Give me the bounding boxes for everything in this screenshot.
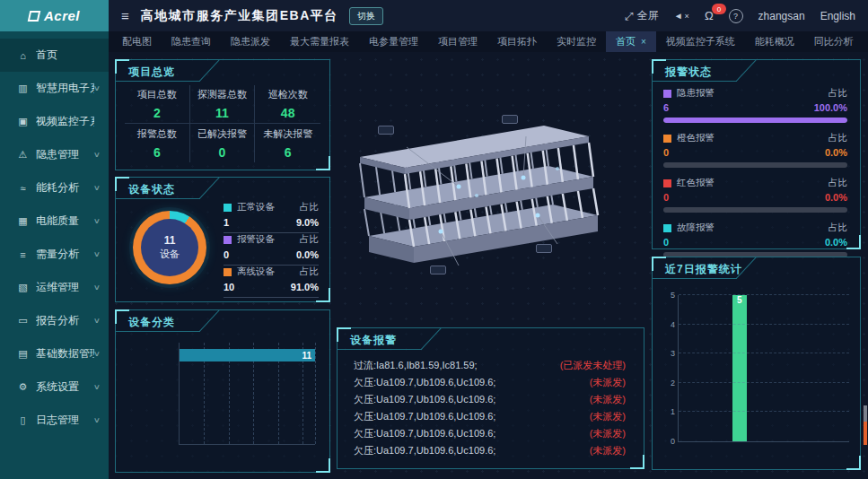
sidebar-item-icon: ▣ bbox=[16, 116, 30, 127]
sidebar-item[interactable]: ▥ 智慧用电子系统 ∨ bbox=[0, 72, 109, 105]
tab[interactable]: 首页 × bbox=[606, 31, 656, 52]
tab[interactable]: 能耗概况 bbox=[745, 31, 804, 52]
sidebar-item-label: 需量分析 bbox=[36, 247, 94, 262]
bar: 11 bbox=[180, 349, 315, 361]
y-axis-tick: 3 bbox=[662, 349, 675, 358]
language-switcher[interactable]: English bbox=[820, 10, 855, 22]
alarm-status-badge: (未派发) bbox=[590, 427, 626, 440]
sidebar-item[interactable]: ⚠ 隐患管理 ∨ bbox=[0, 138, 109, 171]
panel-decoration bbox=[199, 178, 220, 199]
scrollbar-thumb[interactable] bbox=[864, 405, 867, 422]
donut-value: 11 bbox=[164, 234, 176, 247]
panel-title: 近7日报警统计 bbox=[665, 262, 742, 277]
tab[interactable]: 电参量管理 bbox=[359, 31, 428, 52]
sidebar-item[interactable]: ▣ 视频监控子系统 ∨ bbox=[0, 105, 109, 138]
sidebar-item[interactable]: ▯ 日志管理 ∨ bbox=[0, 404, 109, 437]
corner-accent bbox=[337, 327, 351, 342]
stat-label: 报警总数 bbox=[137, 127, 177, 141]
device-status-legend-row: 正常设备 占比 1 9.0% bbox=[224, 201, 319, 233]
week-bar-column: 0 bbox=[751, 295, 776, 441]
y-axis-tick: 2 bbox=[662, 379, 675, 388]
alarm-text: 欠压:Ua109.7,Ub109.6,Uc109.6; bbox=[354, 410, 495, 423]
legend-color-swatch bbox=[663, 135, 671, 143]
panel-title: 报警状态 bbox=[665, 65, 712, 80]
alarm-status-list: 隐患报警 占比 6 100.0% 橙色报警 占比 0 0.0% 红色报警 占比 bbox=[663, 87, 847, 243]
corner-accent bbox=[652, 59, 666, 74]
sidebar-item[interactable]: ⚙ 系统设置 ∨ bbox=[0, 370, 109, 404]
stat-value: 48 bbox=[281, 106, 295, 120]
tab-label: 视频监控子系统 bbox=[666, 35, 735, 48]
brand-logo[interactable]: Acrel bbox=[0, 0, 109, 31]
sidebar-item[interactable]: ≡ 需量分析 ∨ bbox=[0, 238, 109, 271]
stat-label: 探测器总数 bbox=[197, 88, 247, 101]
alarm-status-row: 橙色报警 占比 0 0.0% bbox=[663, 132, 847, 168]
category-axis-labels bbox=[119, 343, 173, 445]
user-menu[interactable]: zhangsan bbox=[758, 10, 805, 22]
sidebar-item[interactable]: ▧ 运维管理 ∨ bbox=[0, 271, 109, 304]
overview-stat: 未解决报警 6 bbox=[255, 124, 320, 162]
sidebar-item-icon: ⌂ bbox=[16, 50, 30, 61]
tab[interactable]: 实时监控 bbox=[547, 31, 606, 52]
sidebar-item-label: 报告分析 bbox=[36, 313, 94, 328]
tab[interactable]: 配电图 bbox=[112, 31, 162, 52]
device-alarm-panel: 设备报警 过流:Ia81.6,Ib81.59,Ic81.59; (已派发未处理)… bbox=[337, 327, 644, 469]
sidebar-item[interactable]: ▭ 报告分析 ∨ bbox=[0, 304, 109, 337]
alarm-row[interactable]: 欠压:Ua109.7,Ub109.6,Uc109.6; (未派发) bbox=[354, 442, 626, 459]
overview-stat: 探测器总数 11 bbox=[190, 85, 256, 124]
tab[interactable]: 隐患派发 bbox=[221, 31, 280, 52]
tab-close-icon[interactable]: × bbox=[641, 37, 646, 47]
chevron-down-icon: ∨ bbox=[93, 84, 101, 92]
progress-fill bbox=[663, 118, 847, 123]
tab-label: 项目管理 bbox=[438, 35, 478, 48]
sidebar-item[interactable]: ▤ 基础数据管理 ∨ bbox=[0, 337, 109, 370]
mute-icon: ◄ bbox=[674, 11, 683, 21]
alarm-row[interactable]: 欠压:Ua109.7,Ub109.6,Uc109.6; (未派发) bbox=[354, 391, 626, 408]
collapse-menu-icon[interactable]: ≡ bbox=[121, 8, 129, 23]
alarm-row[interactable]: 欠压:Ua109.7,Ub109.6,Uc109.6; (未派发) bbox=[354, 425, 626, 442]
alarm-row[interactable]: 过流:Ia81.6,Ib81.59,Ic81.59; (已派发未处理) bbox=[354, 357, 626, 374]
sidebar: Acrel ⌂ 首页 ∨ ▥ 智慧用电子系统 ∨ ▣ 视频监控子系统 ∨ ⚠ 隐… bbox=[0, 0, 109, 479]
tab[interactable]: 项目拓扑 bbox=[487, 31, 547, 52]
overview-stat: 已解决报警 0 bbox=[190, 124, 256, 162]
sidebar-item-label: 日志管理 bbox=[36, 413, 94, 428]
help-icon: ? bbox=[733, 12, 738, 21]
building-label[interactable] bbox=[536, 244, 552, 253]
category-bar-row: 0 bbox=[180, 425, 315, 438]
project-overview-panel: 项目总览 项目总数 2 探测器总数 11 巡检次数 48 报警总数 6 已解决报… bbox=[115, 59, 330, 170]
week-bar-column: 0 bbox=[776, 295, 801, 441]
help-button[interactable]: ? bbox=[729, 9, 743, 23]
notifications-button[interactable]: Ω 0 bbox=[705, 9, 714, 22]
tab-label: 隐患查询 bbox=[171, 35, 211, 48]
tab[interactable]: 最大需量报表 bbox=[280, 31, 359, 52]
building-label[interactable] bbox=[502, 115, 518, 124]
sidebar-item[interactable]: ▦ 电能质量 ∨ bbox=[0, 205, 109, 238]
alarm-row[interactable]: 欠压:Ua109.7,Ub109.6,Uc109.6; (未派发) bbox=[354, 408, 626, 425]
scrollbar[interactable] bbox=[864, 405, 867, 445]
sidebar-item-icon: ▤ bbox=[16, 348, 30, 360]
stat-label: 项目总数 bbox=[137, 88, 177, 101]
tab[interactable]: 项目管理 bbox=[428, 31, 487, 52]
brand-logo-icon bbox=[28, 11, 41, 22]
legend-label: 红色报警 bbox=[677, 177, 715, 189]
building-3d-view bbox=[333, 61, 647, 326]
building-label[interactable] bbox=[378, 126, 394, 135]
scrollbar-thumb-accent[interactable] bbox=[864, 422, 867, 445]
stat-value: 0 bbox=[219, 145, 226, 160]
mute-button[interactable]: ◄ × bbox=[674, 11, 689, 21]
category-bar-row: 0 bbox=[180, 400, 315, 413]
ratio-label: 占比 bbox=[300, 201, 319, 213]
sidebar-item[interactable]: ≈ 能耗分析 ∨ bbox=[0, 171, 109, 205]
alarm-row[interactable]: 欠压:Ua109.7,Ub109.6,Uc109.6; (未派发) bbox=[354, 374, 626, 391]
fullscreen-button[interactable]: ⤢ 全屏 bbox=[625, 8, 659, 23]
building-label[interactable] bbox=[430, 266, 446, 274]
tab[interactable]: 同比分析 bbox=[804, 31, 864, 52]
tab[interactable]: 视频监控子系统 bbox=[656, 31, 745, 52]
sidebar-item-icon: ▦ bbox=[16, 215, 30, 227]
switch-button[interactable]: 切换 bbox=[349, 7, 383, 25]
gridline bbox=[679, 324, 849, 325]
tab[interactable]: 隐患查询 bbox=[162, 31, 221, 52]
legend-color-swatch bbox=[663, 179, 671, 187]
tab-label: 首页 bbox=[616, 35, 636, 48]
sidebar-item[interactable]: ⌂ 首页 ∨ bbox=[0, 39, 109, 72]
overview-stat: 报警总数 6 bbox=[125, 124, 190, 162]
